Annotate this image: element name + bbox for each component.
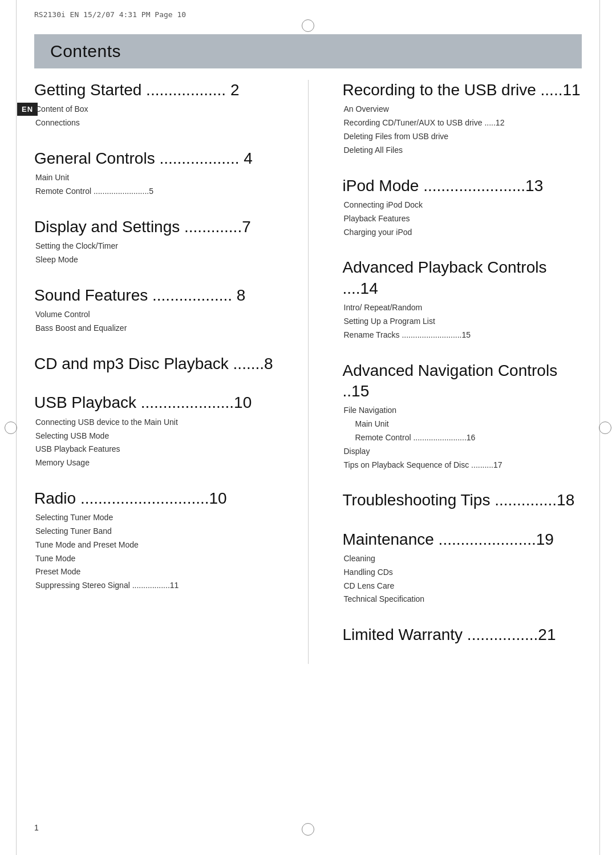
toc-title-sound-features: Sound Features .................. 8	[34, 285, 274, 306]
toc-sub-general-controls-1: Main Unit	[34, 171, 274, 185]
toc-section-maintenance: Maintenance ......................19 Cle…	[343, 529, 582, 607]
toc-sub-recording-1: An Overview	[343, 103, 582, 116]
toc-title-troubleshooting: Troubleshooting Tips ..............18	[343, 490, 582, 510]
toc-sub-getting-started-2: Connections	[34, 116, 274, 130]
crop-mark-right	[599, 422, 611, 434]
toc-title-advanced-playback: Advanced Playback Controls ....14	[343, 257, 582, 299]
toc-sub-display-settings-2: Sleep Mode	[34, 253, 274, 267]
toc-title-usb-playback: USB Playback .....................10	[34, 392, 274, 413]
toc-sub-sound-features-2: Bass Boost and Equalizer	[34, 322, 274, 335]
toc-sub-maintenance-1: Cleaning	[343, 552, 582, 566]
page-title: Contents	[50, 42, 121, 61]
toc-sub-ipod-1: Connecting iPod Dock	[343, 198, 582, 212]
toc-sub-usb-1: Connecting USB device to the Main Unit	[34, 416, 274, 429]
toc-sub-ipod-2: Playback Features	[343, 212, 582, 226]
toc-section-limited-warranty: Limited Warranty ................21	[343, 625, 582, 645]
toc-section-troubleshooting: Troubleshooting Tips ..............18	[343, 490, 582, 510]
toc-section-getting-started: Getting Started .................. 2 Con…	[34, 80, 274, 130]
toc-section-sound-features: Sound Features .................. 8 Volu…	[34, 285, 274, 335]
toc-sub-adv-nav-4: Display	[343, 445, 582, 459]
toc-section-usb-playback: USB Playback .....................10 Con…	[34, 392, 274, 470]
toc-section-radio: Radio .............................10 Se…	[34, 488, 274, 593]
toc-sub-usb-2: Selecting USB Mode	[34, 429, 274, 443]
toc-title-cd-mp3: CD and mp3 Disc Playback .......8	[34, 354, 274, 374]
toc-sub-radio-2: Selecting Tuner Band	[34, 525, 274, 538]
crop-mark-top	[302, 19, 314, 32]
toc-sub-maintenance-3: CD Lens Care	[343, 580, 582, 593]
toc-section-display-settings: Display and Settings .............7 Sett…	[34, 217, 274, 267]
toc-section-advanced-playback: Advanced Playback Controls ....14 Intro/…	[343, 257, 582, 342]
toc-sub-getting-started-1: Content of Box	[34, 103, 274, 116]
toc-title-general-controls: General Controls .................. 4	[34, 148, 274, 169]
toc-section-general-controls: General Controls .................. 4 Ma…	[34, 148, 274, 198]
toc-sub-adv-nav-5: Tips on Playback Sequence of Disc ......…	[343, 459, 582, 472]
toc-sub-ipod-3: Charging your iPod	[343, 226, 582, 240]
toc-title-getting-started: Getting Started .................. 2	[34, 80, 274, 100]
toc-title-recording-usb: Recording to the USB drive .....11	[343, 80, 582, 100]
toc-title-ipod-mode: iPod Mode .......................13	[343, 176, 582, 196]
toc-section-cd-mp3: CD and mp3 Disc Playback .......8	[34, 354, 274, 374]
toc-sub-sound-features-1: Volume Control	[34, 308, 274, 322]
crop-mark-left	[5, 422, 17, 434]
toc-sub-maintenance-4: Technical Specification	[343, 593, 582, 606]
toc-sub-usb-4: Memory Usage	[34, 456, 274, 470]
toc-sub-adv-nav-2: Main Unit	[343, 418, 582, 431]
toc-sub-recording-3: Deleting Files from USB drive	[343, 130, 582, 144]
toc-sub-adv-play-2: Setting Up a Program List	[343, 315, 582, 329]
meta-line: RS2130i EN 15/2/07 4:31 PM Page 10	[34, 10, 186, 19]
toc-sub-adv-nav-1: File Navigation	[343, 404, 582, 418]
toc-title-maintenance: Maintenance ......................19	[343, 529, 582, 550]
toc-columns: Getting Started .................. 2 Con…	[34, 80, 582, 664]
toc-sub-radio-4: Tune Mode	[34, 552, 274, 566]
toc-title-display-settings: Display and Settings .............7	[34, 217, 274, 237]
toc-sub-radio-1: Selecting Tuner Mode	[34, 511, 274, 525]
toc-sub-recording-4: Deleting All Files	[343, 144, 582, 157]
crop-mark-bottom	[302, 823, 314, 836]
toc-sub-usb-3: USB Playback Features	[34, 443, 274, 456]
toc-sub-radio-5: Preset Mode	[34, 565, 274, 579]
toc-sub-display-settings-1: Setting the Clock/Timer	[34, 240, 274, 253]
toc-section-ipod-mode: iPod Mode .......................13 Conn…	[343, 176, 582, 240]
toc-sub-adv-play-1: Intro/ Repeat/Random	[343, 301, 582, 315]
page-wrapper: RS2130i EN 15/2/07 4:31 PM Page 10 Conte…	[0, 0, 616, 855]
toc-section-advanced-navigation: Advanced Navigation Controls ..15 File N…	[343, 360, 582, 472]
toc-sub-radio-6: Suppressing Stereo Signal ..............…	[34, 579, 274, 593]
toc-sub-maintenance-2: Handling CDs	[343, 566, 582, 580]
left-column: Getting Started .................. 2 Con…	[34, 80, 274, 664]
page-number: 1	[34, 823, 39, 832]
toc-title-radio: Radio .............................10	[34, 488, 274, 509]
toc-section-recording-usb: Recording to the USB drive .....11 An Ov…	[343, 80, 582, 157]
right-column: Recording to the USB drive .....11 An Ov…	[343, 80, 582, 664]
toc-title-limited-warranty: Limited Warranty ................21	[343, 625, 582, 645]
toc-sub-adv-play-3: Rename Tracks ..........................…	[343, 329, 582, 342]
toc-title-advanced-navigation: Advanced Navigation Controls ..15	[343, 360, 582, 402]
toc-sub-radio-3: Tune Mode and Preset Mode	[34, 538, 274, 552]
toc-sub-general-controls-2: Remote Control .........................…	[34, 185, 274, 198]
toc-sub-adv-nav-3: Remote Control ........................1…	[343, 431, 582, 445]
toc-sub-recording-2: Recording CD/Tuner/AUX to USB drive ....…	[343, 116, 582, 130]
column-divider	[308, 80, 309, 664]
contents-header: Contents	[34, 34, 582, 68]
